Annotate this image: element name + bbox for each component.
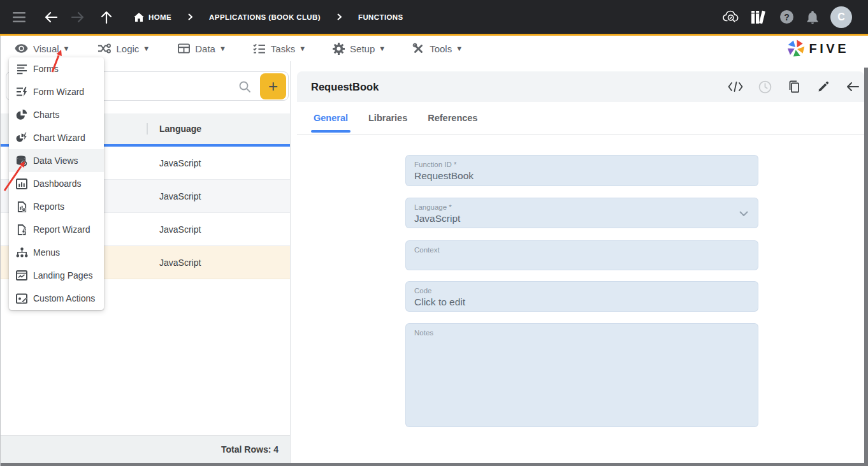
column-divider bbox=[147, 123, 148, 135]
menu-logic[interactable]: Logic ▼ bbox=[98, 43, 150, 54]
horizontal-scrollbar[interactable] bbox=[0, 463, 868, 466]
tab-references[interactable]: References bbox=[425, 102, 480, 134]
hamburger-menu-icon[interactable] bbox=[13, 12, 25, 22]
function-detail-panel: RequestBook General Libraries References… bbox=[291, 61, 864, 463]
home-icon[interactable] bbox=[134, 13, 144, 22]
menu-item-forms[interactable]: Forms bbox=[9, 57, 104, 80]
menu-item-data-views[interactable]: Data Views bbox=[9, 149, 104, 172]
code-editor-icon[interactable] bbox=[728, 79, 743, 94]
user-avatar[interactable]: C bbox=[830, 6, 852, 28]
form-wizard-icon bbox=[15, 86, 28, 98]
cell-language: JavaScript bbox=[159, 191, 201, 201]
forms-icon bbox=[15, 63, 28, 75]
chevron-right-icon bbox=[188, 13, 192, 20]
tools-icon bbox=[412, 43, 424, 55]
tab-libraries[interactable]: Libraries bbox=[366, 102, 410, 134]
field-language[interactable]: Language * JavaScript bbox=[405, 198, 758, 228]
notifications-bell-icon[interactable] bbox=[806, 10, 819, 24]
tab-general[interactable]: General bbox=[311, 102, 351, 134]
help-glyph: ? bbox=[784, 12, 790, 22]
field-code[interactable]: Code Click to edit bbox=[405, 281, 758, 312]
vertical-scrollbar[interactable] bbox=[864, 68, 868, 463]
visual-dropdown-menu: Forms Form Wizard Charts Chart Wizard Da… bbox=[9, 57, 104, 310]
field-notes[interactable]: Notes bbox=[405, 323, 758, 427]
custom-actions-icon bbox=[15, 293, 28, 305]
total-rows-label: Total Rows: 4 bbox=[221, 444, 278, 455]
help-icon[interactable]: ? bbox=[780, 10, 793, 24]
menu-item-charts[interactable]: Charts bbox=[9, 103, 104, 126]
field-language-label: Language * bbox=[414, 203, 758, 211]
history-clock-icon[interactable] bbox=[757, 79, 772, 94]
menu-item-chart-wizard[interactable]: Chart Wizard bbox=[9, 126, 104, 149]
reports-icon bbox=[15, 201, 28, 213]
menu-item-menus[interactable]: Menus bbox=[9, 241, 104, 264]
menu-tools-label: Tools bbox=[430, 43, 452, 54]
eye-icon bbox=[15, 44, 28, 53]
menu-data-label: Data bbox=[195, 43, 215, 54]
menu-setup-label: Setup bbox=[350, 43, 375, 54]
list-footer: Total Rows: 4 bbox=[1, 435, 290, 463]
logic-flow-icon bbox=[98, 43, 111, 54]
menu-item-landing-pages[interactable]: Landing Pages bbox=[9, 264, 104, 287]
landing-pages-icon bbox=[15, 270, 28, 282]
caret-down-icon: ▼ bbox=[456, 45, 463, 52]
menu-item-reports[interactable]: Reports bbox=[9, 195, 104, 218]
top-navbar: HOME APPLICATIONS (BOOK CLUB) FUNCTIONS … bbox=[0, 0, 868, 34]
cell-language: JavaScript bbox=[159, 258, 201, 268]
menus-icon bbox=[15, 247, 28, 259]
menu-visual-label: Visual bbox=[33, 43, 59, 54]
cell-language: JavaScript bbox=[159, 224, 201, 235]
menu-data[interactable]: Data ▼ bbox=[178, 43, 226, 54]
add-record-button[interactable]: + bbox=[260, 73, 286, 99]
menu-tools[interactable]: Tools ▼ bbox=[412, 43, 463, 55]
plus-icon: + bbox=[268, 76, 278, 96]
cell-language: JavaScript bbox=[159, 158, 201, 168]
collapse-back-icon[interactable] bbox=[845, 79, 860, 94]
menu-item-form-wizard[interactable]: Form Wizard bbox=[9, 80, 104, 103]
column-header-language[interactable]: Language bbox=[159, 113, 201, 144]
field-notes-label: Notes bbox=[414, 329, 758, 337]
menu-item-custom-actions[interactable]: Custom Actions bbox=[9, 287, 104, 310]
caret-down-icon: ▼ bbox=[299, 45, 306, 52]
five-pinwheel-icon bbox=[786, 39, 806, 58]
back-arrow-icon[interactable] bbox=[45, 11, 57, 23]
gear-icon bbox=[333, 43, 345, 55]
field-context[interactable]: Context bbox=[405, 240, 758, 270]
menu-item-dashboards[interactable]: Dashboards bbox=[9, 172, 104, 195]
charts-icon bbox=[15, 109, 28, 121]
menu-visual[interactable]: Visual ▼ bbox=[15, 43, 69, 54]
menu-setup[interactable]: Setup ▼ bbox=[333, 43, 386, 55]
avatar-letter: C bbox=[837, 11, 845, 23]
caret-down-icon: ▼ bbox=[63, 45, 70, 52]
copy-icon[interactable] bbox=[786, 79, 802, 94]
breadcrumb-applications[interactable]: APPLICATIONS (BOOK CLUB) bbox=[209, 13, 321, 21]
menu-tasks[interactable]: Tasks ▼ bbox=[253, 43, 306, 54]
report-wizard-icon bbox=[15, 224, 28, 236]
field-code-value: Click to edit bbox=[414, 296, 758, 308]
navbar-accent-line bbox=[0, 34, 868, 36]
table-icon bbox=[178, 43, 190, 54]
breadcrumb-functions[interactable]: FUNCTIONS bbox=[358, 13, 403, 21]
caret-down-icon: ▼ bbox=[379, 45, 386, 52]
menu-tasks-label: Tasks bbox=[271, 43, 295, 54]
chevron-right-icon bbox=[337, 13, 342, 20]
select-chevron-icon[interactable] bbox=[739, 211, 748, 216]
search-icon[interactable] bbox=[238, 80, 251, 93]
menu-toolbar: Visual ▼ Logic ▼ Data ▼ Tasks ▼ Setup ▼ … bbox=[1, 36, 864, 61]
field-function-id-value: RequestBook bbox=[414, 170, 758, 182]
field-context-label: Context bbox=[414, 246, 758, 254]
menu-item-report-wizard[interactable]: Report Wizard bbox=[9, 218, 104, 241]
field-function-id[interactable]: Function ID * RequestBook bbox=[405, 155, 758, 186]
five-brand-text: FIVE bbox=[809, 41, 849, 56]
edit-pencil-icon[interactable] bbox=[816, 79, 831, 94]
inspect-cloud-icon[interactable] bbox=[723, 10, 740, 24]
field-function-id-label: Function ID * bbox=[414, 161, 758, 168]
dashboards-icon bbox=[15, 178, 28, 190]
menu-logic-label: Logic bbox=[116, 43, 139, 54]
field-code-label: Code bbox=[414, 287, 758, 295]
breadcrumb-home[interactable]: HOME bbox=[148, 13, 171, 21]
up-arrow-icon[interactable] bbox=[101, 11, 112, 24]
forward-arrow-icon[interactable] bbox=[71, 11, 84, 23]
library-books-icon[interactable] bbox=[751, 10, 768, 24]
checklist-icon bbox=[253, 43, 266, 54]
